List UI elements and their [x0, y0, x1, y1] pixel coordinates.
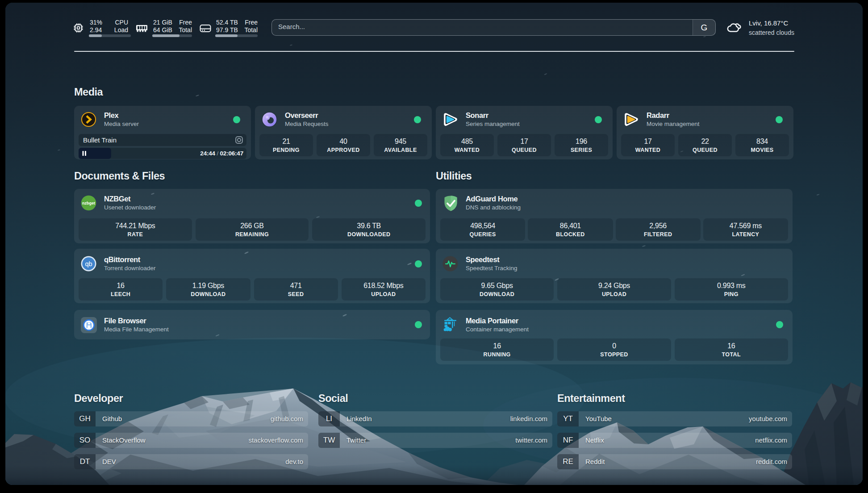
svg-text:nzbget: nzbget	[82, 201, 95, 205]
svg-text:qb: qb	[85, 260, 92, 267]
